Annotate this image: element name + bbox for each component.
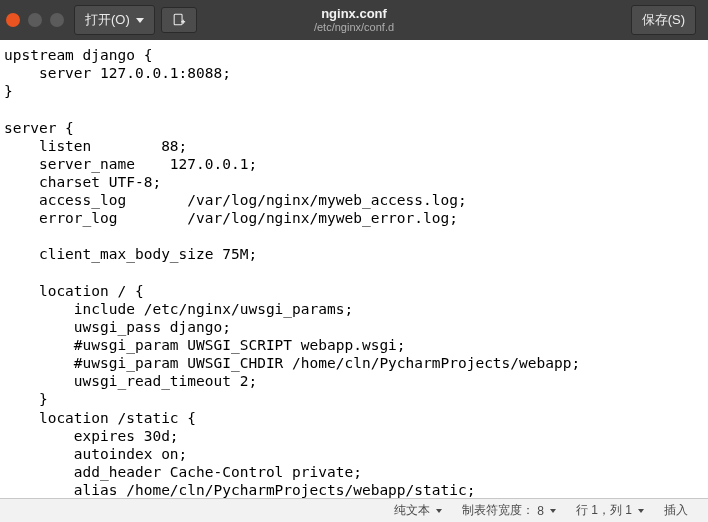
close-icon[interactable]	[6, 13, 20, 27]
open-button[interactable]: 打开(O)	[74, 5, 155, 35]
svg-rect-0	[174, 14, 182, 25]
minimize-icon[interactable]	[28, 13, 42, 27]
titlebar: 打开(O) nginx.conf /etc/nginx/conf.d 保存(S)	[0, 0, 708, 40]
tabwidth-selector[interactable]: 制表符宽度： 8	[462, 502, 556, 519]
new-document-icon	[172, 13, 186, 27]
tabwidth-value: 8	[537, 504, 544, 518]
mode-label: 插入	[664, 502, 688, 519]
title-center: nginx.conf /etc/nginx/conf.d	[314, 7, 394, 33]
cursor-label: 行 1，列 1	[576, 502, 632, 519]
window-subtitle: /etc/nginx/conf.d	[314, 21, 394, 33]
editor-area[interactable]: upstream django { server 127.0.0.1:8088;…	[0, 40, 708, 498]
tabwidth-label: 制表符宽度：	[462, 502, 534, 519]
window-title: nginx.conf	[314, 7, 394, 21]
chevron-down-icon	[638, 509, 644, 513]
save-button-label: 保存(S)	[642, 11, 685, 29]
insert-mode[interactable]: 插入	[664, 502, 688, 519]
chevron-down-icon	[550, 509, 556, 513]
new-tab-button[interactable]	[161, 7, 197, 33]
syntax-selector[interactable]: 纯文本	[394, 502, 442, 519]
chevron-down-icon	[436, 509, 442, 513]
open-button-label: 打开(O)	[85, 11, 130, 29]
cursor-position[interactable]: 行 1，列 1	[576, 502, 644, 519]
save-button[interactable]: 保存(S)	[631, 5, 696, 35]
chevron-down-icon	[136, 18, 144, 23]
window-controls	[6, 13, 64, 27]
syntax-label: 纯文本	[394, 502, 430, 519]
maximize-icon[interactable]	[50, 13, 64, 27]
statusbar: 纯文本 制表符宽度： 8 行 1，列 1 插入	[0, 498, 708, 522]
